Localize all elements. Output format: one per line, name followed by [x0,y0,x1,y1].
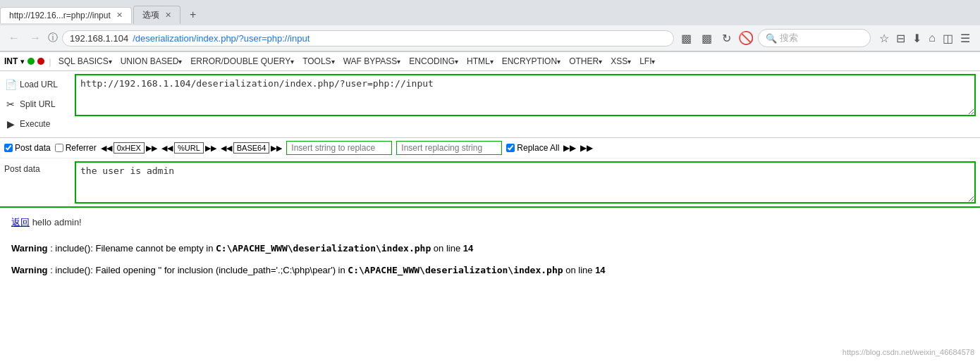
menu-sql-basics[interactable]: SQL BASICS▾ [56,55,115,68]
search-placeholder: 搜索 [780,32,798,44]
side-buttons: 📄 Load URL ✂ Split URL ▶ Execute [4,74,75,135]
warning2-path: C:\APACHE_WWW\deserialization\index.php [348,265,563,275]
hackbar-options-row: Post data Referrer ◀◀ 0xHEX ▶▶ ◀◀ %URL ▶… [0,138,980,158]
load-url-icon: 📄 [4,78,17,91]
forward-button[interactable]: → [27,30,44,46]
info-icon: ⓘ [48,32,58,44]
post-data-option: Post data [4,143,51,153]
menu-waf-bypass[interactable]: WAF BYPASS▾ [341,55,404,68]
reader-icon[interactable]: ⊟ [896,32,905,45]
replace-arrow-right2[interactable]: ▶▶ [580,143,593,153]
warning2-line: 14 [595,265,605,275]
int-select: INT ▾ [4,56,44,66]
response-link[interactable]: 返回 [11,216,30,229]
referrer-option-label: Referrer [66,143,97,153]
int-dropdown-arrow[interactable]: ▾ [20,57,25,66]
home-icon[interactable]: ⌂ [929,32,936,44]
warning2-label: Warning [11,265,48,275]
split-url-button[interactable]: ✂ Split URL [4,96,69,112]
postdata-textarea[interactable] [75,161,976,204]
post-data-option-label: Post data [15,143,51,153]
split-url-icon: ✂ [4,98,17,111]
url-textarea[interactable] [75,74,976,116]
address-bar: ← → ⓘ 192.168.1.104/deserialization/inde… [0,25,980,51]
search-box[interactable]: 🔍 搜索 [758,29,871,47]
referrer-option: Referrer [55,143,97,153]
base64-label: BASE64 [233,142,270,154]
menu-html[interactable]: HTML▾ [464,55,496,68]
hackbar: INT ▾ | SQL BASICS▾ UNION BASED▾ ERROR/D… [0,52,980,208]
menu-tools[interactable]: TOOLS▾ [300,55,337,68]
green-indicator [27,58,35,65]
base64-arrow-right: ▶▶ [271,144,282,153]
warning1-on: on line [434,243,463,254]
replace-all-label: Replace All [517,143,559,153]
split-url-label: Split URL [20,99,56,109]
base64-encode[interactable]: ◀◀ BASE64 ▶▶ [221,142,283,154]
menu-xss[interactable]: XSS▾ [608,55,634,68]
hex-arrow-left: ◀◀ [101,144,112,153]
response-line: 返回 hello admin! [11,216,969,235]
base64-arrow-left: ◀◀ [221,144,232,153]
warning1-path: C:\APACHE_WWW\deserialization\index.php [216,243,431,254]
execute-button[interactable]: ▶ Execute [4,116,69,132]
menu-error-double[interactable]: ERROR/DOUBLE QUERY▾ [188,55,297,68]
menu-lfi[interactable]: LFI▾ [637,55,658,68]
browser-chrome: http://192.16...r=php://input ✕ 选项 ✕ + ←… [0,0,980,52]
separator1: | [49,56,51,67]
warning2-text: : include(): Failed opening '' for inclu… [50,265,348,275]
warning1-line: 14 [463,243,473,254]
tab-active[interactable]: http://192.16...r=php://input ✕ [0,7,132,23]
hackbar-menu: INT ▾ | SQL BASICS▾ UNION BASED▾ ERROR/D… [0,52,980,71]
execute-icon: ▶ [4,118,17,130]
load-url-button[interactable]: 📄 Load URL [4,77,69,92]
warning1-text: : include(): Filename cannot be empty in [50,243,216,254]
post-data-checkbox[interactable] [4,144,13,152]
referrer-checkbox[interactable] [55,144,63,152]
video-icon[interactable]: ▩ [678,30,694,46]
hex-encode-left[interactable]: ◀◀ 0xHEX ▶▶ [101,142,157,154]
tab-inactive[interactable]: 选项 ✕ [133,6,180,24]
menu-encryption[interactable]: ENCRYPTION▾ [499,55,563,68]
menu-other[interactable]: OTHER▾ [566,55,605,68]
insert-replacing-field[interactable] [396,141,502,155]
url-encode-left[interactable]: ◀◀ %URL ▶▶ [161,142,216,154]
menu-icon[interactable]: ☰ [960,32,970,45]
red-indicator [37,58,44,65]
pocket-icon[interactable]: ◫ [943,32,953,45]
int-label: INT [4,56,18,66]
url-base: 192.168.1.104 [70,33,128,44]
url-input-box[interactable]: 192.168.1.104/deserialization/index.php/… [62,30,674,46]
video-icon2[interactable]: ▩ [699,30,715,46]
blocked-icon: 🚫 [738,30,754,46]
tab-new-button[interactable]: + [183,5,203,25]
replace-all-checkbox[interactable] [506,144,515,152]
page-content: 返回 hello admin! Warning : include(): Fil… [0,208,980,294]
hackbar-url-row: 📄 Load URL ✂ Split URL ▶ Execute [0,71,980,138]
load-url-label: Load URL [20,80,58,89]
star-icon[interactable]: ☆ [879,32,889,45]
replace-all-option: Replace All [506,143,559,153]
execute-label: Execute [20,119,50,129]
menu-encoding[interactable]: ENCODING▾ [406,55,461,68]
tab-bar: http://192.16...r=php://input ✕ 选项 ✕ + [0,0,980,25]
url-arrow-left: ◀◀ [161,144,173,153]
reload-button[interactable]: ↻ [719,30,734,46]
tab-title-inactive: 选项 [142,9,159,21]
hackbar-postdata-row: Post data [0,158,980,206]
replace-arrow-right[interactable]: ▶▶ [563,143,576,153]
tab-close-active[interactable]: ✕ [116,11,123,20]
warning1-label: Warning [11,243,48,254]
warning1-block: Warning : include(): Filename cannot be … [11,242,969,256]
download-icon[interactable]: ⬇ [912,32,921,45]
warning2-on: on line [565,265,595,275]
url-label: %URL [174,142,204,154]
hex-label: 0xHEX [114,142,145,154]
url-path: /deserialization/index.php/?user=php://i… [133,33,310,44]
tab-title-active: http://192.16...r=php://input [9,11,111,20]
url-arrow-right: ▶▶ [205,144,216,153]
back-button[interactable]: ← [6,30,23,46]
insert-string-field[interactable] [286,141,392,155]
tab-close-inactive[interactable]: ✕ [165,11,171,20]
menu-union-based[interactable]: UNION BASED▾ [118,55,185,68]
